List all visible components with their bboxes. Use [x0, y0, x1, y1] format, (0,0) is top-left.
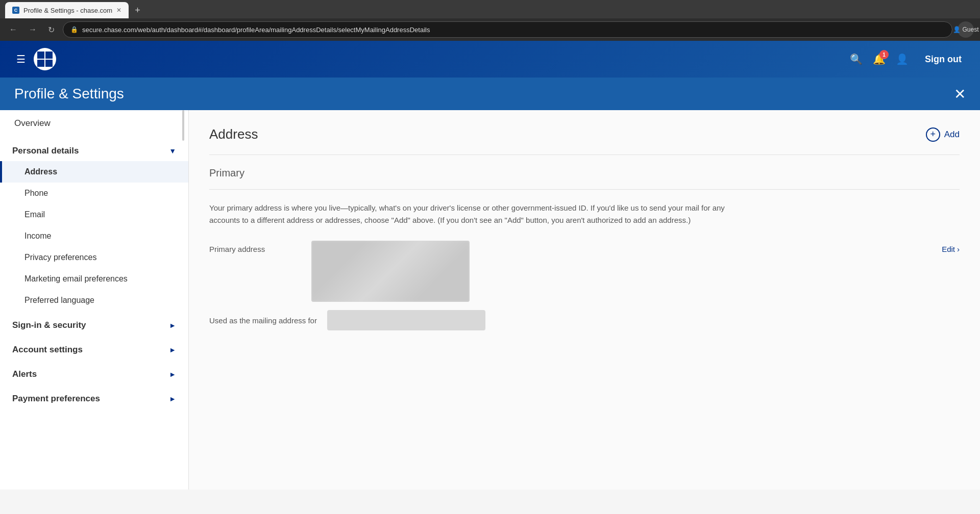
chevron-right-icon3: ►	[169, 370, 176, 378]
content-title: Address	[209, 126, 258, 142]
svg-rect-0	[37, 52, 44, 59]
content-header: Address + Add	[209, 126, 960, 142]
sidebar-sub-item-privacy[interactable]: Privacy preferences	[0, 247, 188, 268]
divider2	[209, 189, 960, 190]
sidebar-item-overview[interactable]: Overview	[0, 110, 188, 137]
nav-right: 🔍 🔔 1 👤 Sign out	[850, 50, 968, 69]
scroll-indicator	[182, 110, 184, 141]
svg-rect-3	[45, 60, 53, 67]
sidebar-sub-item-email[interactable]: Email	[0, 204, 188, 225]
sidebar-sub-item-income[interactable]: Income	[0, 225, 188, 247]
sidebar-sub-item-phone[interactable]: Phone	[0, 183, 188, 204]
address-bar[interactable]: 🔒 secure.chase.com/web/auth/dashboard#/d…	[63, 21, 952, 38]
address-row: Primary address Edit ›	[209, 241, 960, 302]
notifications-button[interactable]: 🔔 1	[873, 53, 886, 65]
reload-button[interactable]: ↻	[45, 23, 58, 37]
description-text: Your primary address is where you live—t…	[209, 202, 745, 226]
app-wrapper: ☰ 🔍 🔔 1 👤 Sign out Profile & Settings ✕	[0, 41, 980, 490]
profile-label: Guest	[963, 26, 979, 33]
tab-close-icon[interactable]: ✕	[116, 7, 121, 14]
edit-link[interactable]: Edit ›	[942, 241, 960, 253]
chevron-right-icon4: ►	[169, 395, 176, 403]
sidebar-sub-item-address[interactable]: Address	[0, 161, 188, 183]
hamburger-button[interactable]: ☰	[12, 49, 30, 69]
main-content: Overview Personal details ▼ Address Phon…	[0, 110, 980, 490]
chevron-down-icon: ▼	[169, 147, 176, 155]
sidebar-sub-item-language[interactable]: Preferred language	[0, 290, 188, 311]
address-blurred	[311, 241, 470, 302]
sidebar: Overview Personal details ▼ Address Phon…	[0, 110, 189, 490]
active-tab[interactable]: C Profile & Settings - chase.com ✕	[5, 2, 129, 18]
tab-title: Profile & Settings - chase.com	[23, 7, 112, 14]
forward-button[interactable]: →	[26, 23, 40, 36]
page-title: Profile & Settings	[14, 86, 124, 102]
add-button[interactable]: + Add	[926, 127, 960, 142]
divider	[209, 155, 960, 155]
add-circle-icon: +	[926, 127, 940, 142]
chevron-right-edit-icon: ›	[957, 245, 960, 253]
content-panel: Address + Add Primary Your primary addre…	[189, 110, 980, 490]
address-text: secure.chase.com/web/auth/dashboard#/das…	[82, 26, 945, 34]
section-title: Primary	[209, 167, 960, 179]
chevron-right-icon2: ►	[169, 346, 176, 354]
close-button[interactable]: ✕	[954, 86, 966, 102]
mailing-label: Used as the mailing address for	[209, 316, 317, 325]
top-nav: ☰ 🔍 🔔 1 👤 Sign out	[0, 41, 980, 78]
svg-rect-1	[45, 52, 53, 59]
search-button[interactable]: 🔍	[850, 53, 863, 65]
address-label: Primary address	[209, 241, 301, 253]
secure-icon: 🔒	[70, 26, 78, 33]
chevron-right-icon: ►	[169, 321, 176, 329]
account-button[interactable]: 👤	[896, 53, 909, 65]
profile-button[interactable]: 👤 Guest	[958, 21, 974, 38]
new-tab-button[interactable]: +	[131, 2, 144, 18]
edit-label: Edit	[942, 245, 955, 253]
mailing-row: Used as the mailing address for	[209, 310, 960, 330]
ps-header: Profile & Settings ✕	[0, 78, 980, 110]
add-label: Add	[944, 130, 960, 140]
sidebar-section-alerts[interactable]: Alerts ►	[0, 360, 188, 384]
chase-logo[interactable]	[34, 48, 56, 70]
notification-badge: 1	[879, 50, 889, 59]
profile-icon: 👤	[953, 26, 961, 33]
sidebar-sub-item-marketing[interactable]: Marketing email preferences	[0, 268, 188, 290]
tab-favicon: C	[12, 7, 19, 14]
sign-out-button[interactable]: Sign out	[919, 50, 968, 69]
sidebar-section-signin[interactable]: Sign-in & security ►	[0, 311, 188, 336]
mailing-blurred	[327, 310, 485, 330]
sidebar-section-payment[interactable]: Payment preferences ►	[0, 384, 188, 409]
browser-tab-bar: C Profile & Settings - chase.com ✕ +	[0, 0, 980, 18]
sidebar-section-personal[interactable]: Personal details ▼	[0, 137, 188, 161]
svg-rect-2	[37, 60, 44, 67]
address-bar-row: ← → ↻ 🔒 secure.chase.com/web/auth/dashbo…	[0, 18, 980, 41]
sidebar-section-account[interactable]: Account settings ►	[0, 336, 188, 360]
back-button[interactable]: ←	[6, 23, 20, 36]
